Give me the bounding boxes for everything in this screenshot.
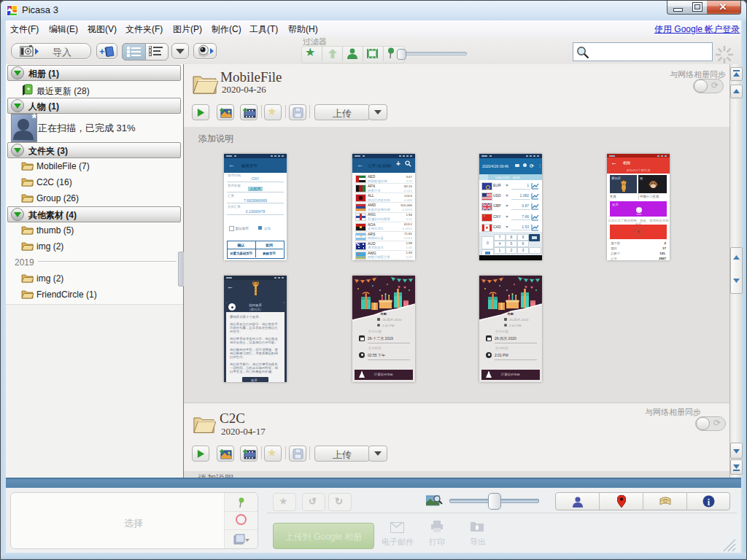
- svg-text:*: *: [27, 86, 30, 93]
- svg-text:+: +: [99, 46, 105, 57]
